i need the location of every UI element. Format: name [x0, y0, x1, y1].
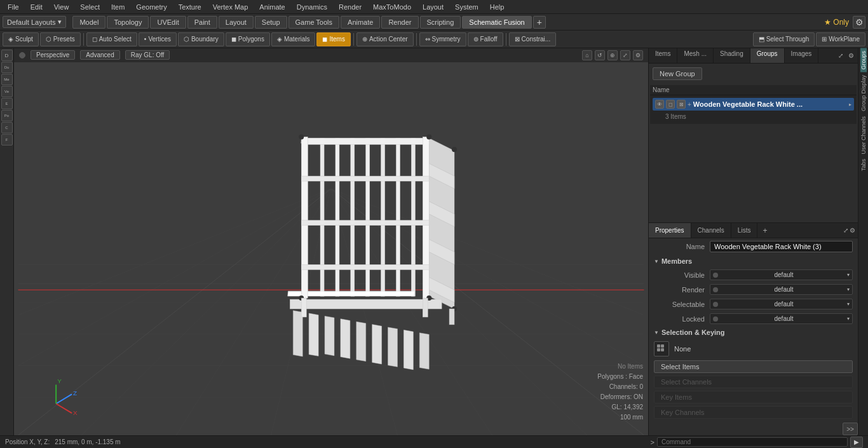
viewport-icon-settings[interactable]: ⚙	[633, 50, 643, 60]
menu-geometry[interactable]: Geometry	[131, 2, 172, 12]
viewport-icon-maximize[interactable]: ⤢	[620, 50, 630, 60]
lock-toggle[interactable]: ⊠	[677, 100, 686, 109]
key-items-button[interactable]: Key Items	[654, 391, 853, 404]
panel-tab-images[interactable]: Images	[785, 48, 819, 63]
tab-uvedit[interactable]: UVEdit	[150, 16, 186, 29]
left-tool-6[interactable]: Po	[1, 110, 13, 121]
menu-render[interactable]: Render	[334, 2, 367, 12]
selection-keying-header[interactable]: ▼ Selection & Keying	[649, 326, 858, 339]
left-tool-2[interactable]: Du	[1, 62, 13, 73]
group-item-name[interactable]: Wooden Vegetable Rack White ...	[693, 100, 847, 108]
prop-settings-icon[interactable]: ⚙	[850, 227, 855, 234]
viewport-icon-refresh[interactable]: ↺	[595, 50, 605, 60]
advanced-button[interactable]: Advanced	[80, 50, 119, 60]
action-center-button[interactable]: ⊕ Action Center	[356, 32, 414, 46]
viewport-icon-zoom-in[interactable]: ⊕	[607, 50, 618, 60]
sculpt-button[interactable]: ◈ Sculpt	[3, 32, 39, 46]
menu-edit[interactable]: Edit	[25, 2, 48, 12]
tab-layout[interactable]: Layout	[219, 16, 254, 29]
menu-item[interactable]: Item	[106, 2, 130, 12]
menu-select[interactable]: Select	[75, 2, 105, 12]
workplane-button[interactable]: ⊞ WorkPlane	[816, 32, 865, 46]
left-tool-4[interactable]: Ve	[1, 86, 13, 97]
star-only-button[interactable]: ★ Only	[824, 18, 849, 27]
members-section-header[interactable]: ▼ Members	[649, 255, 858, 268]
layout-dropdown[interactable]: Default Layouts ▾	[3, 16, 66, 28]
tab-render[interactable]: Render	[381, 16, 418, 29]
auto-select-button[interactable]: ◻ Auto Select	[86, 32, 137, 46]
tab-setup[interactable]: Setup	[255, 16, 287, 29]
select-through-button[interactable]: ⬒ Select Through	[753, 32, 815, 46]
prop-tab-properties[interactable]: Properties	[649, 223, 691, 238]
prop-maximize-icon[interactable]: ⤢	[843, 227, 848, 234]
name-input[interactable]	[710, 241, 853, 252]
viewport-icon-home[interactable]: ⌂	[582, 50, 592, 60]
tab-animate[interactable]: Animate	[341, 16, 380, 29]
viewport[interactable]: Perspective Advanced Ray GL: Off ⌂ ↺ ⊕ ⤢…	[14, 48, 648, 435]
constraints-button[interactable]: ⊠ Constrai...	[509, 32, 557, 46]
panel-tab-shading[interactable]: Shading	[714, 48, 750, 63]
key-channels-button[interactable]: Key Channels	[654, 406, 853, 419]
panel-tab-groups[interactable]: Groups	[750, 48, 785, 63]
prop-tab-channels[interactable]: Channels	[691, 223, 731, 238]
left-tool-1[interactable]: D	[1, 50, 13, 61]
tabs-label[interactable]: Tabs	[860, 156, 867, 173]
menu-vertex-map[interactable]: Vertex Map	[208, 2, 254, 12]
materials-button[interactable]: ◈ Materials	[271, 32, 316, 46]
new-group-button[interactable]: New Group	[653, 67, 702, 80]
menu-maxtomodo[interactable]: MaxToModo	[368, 2, 416, 12]
perspective-button[interactable]: Perspective	[31, 50, 75, 60]
menu-help[interactable]: Help	[485, 2, 510, 12]
menu-animate[interactable]: Animate	[254, 2, 290, 12]
panel-maximize-icon[interactable]: ⤢	[836, 51, 845, 60]
visible-select[interactable]: default ▾	[710, 269, 853, 280]
tab-scripting[interactable]: Scripting	[420, 16, 461, 29]
items-button[interactable]: ◼ Items	[316, 32, 350, 46]
tab-model[interactable]: Model	[72, 16, 105, 29]
left-tool-3[interactable]: Me	[1, 74, 13, 85]
panel-settings-icon[interactable]: ⚙	[846, 51, 855, 60]
expand-icon[interactable]: ▸	[849, 102, 851, 107]
eye-toggle[interactable]: 👁	[655, 100, 664, 109]
menu-texture[interactable]: Texture	[173, 2, 207, 12]
settings-button[interactable]: ⚙	[853, 16, 865, 29]
select-items-button[interactable]: Select Items	[654, 360, 853, 373]
add-tab-button[interactable]: +	[760, 226, 770, 235]
locked-select[interactable]: default ▾	[710, 313, 853, 324]
left-tool-5[interactable]: E	[1, 98, 13, 109]
presets-button[interactable]: ⬡ Presets	[40, 32, 81, 46]
menu-view[interactable]: View	[49, 2, 74, 12]
menu-system[interactable]: System	[450, 2, 484, 12]
render-toggle[interactable]: ◻	[666, 100, 675, 109]
render-select[interactable]: default ▾	[710, 284, 853, 295]
falloff-button[interactable]: ⊚ Falloff	[468, 32, 503, 46]
ray-gl-button[interactable]: Ray GL: Off	[125, 50, 170, 60]
boundary-button[interactable]: ⬡ Boundary	[178, 32, 224, 46]
group-display-label[interactable]: Group Display	[860, 72, 867, 114]
symmetry-button[interactable]: ⇔ Symmetry	[419, 32, 466, 46]
keying-icon[interactable]	[654, 341, 669, 356]
prop-tab-lists[interactable]: Lists	[731, 223, 758, 238]
vertices-button[interactable]: • Vertices	[139, 32, 177, 46]
select-channels-button[interactable]: Select Channels	[654, 376, 853, 388]
tab-topology[interactable]: Topology	[107, 16, 149, 29]
tab-paint[interactable]: Paint	[187, 16, 217, 29]
viewport-dot[interactable]	[19, 52, 25, 58]
polygons-button[interactable]: ◼ Polygons	[226, 32, 270, 46]
menu-dynamics[interactable]: Dynamics	[292, 2, 332, 12]
expand-arrow-button[interactable]: >>	[843, 423, 858, 435]
add-layout-button[interactable]: +	[533, 16, 546, 29]
menu-file[interactable]: File	[3, 2, 24, 12]
selectable-select[interactable]: default ▾	[710, 299, 853, 309]
tab-game-tools[interactable]: Game Tools	[288, 16, 340, 29]
menu-layout[interactable]: Layout	[417, 2, 449, 12]
command-run-button[interactable]: ▶	[850, 437, 863, 448]
groups-sidebar-label[interactable]: Groups	[860, 48, 867, 72]
panel-tab-mesh[interactable]: Mesh ...	[677, 48, 714, 63]
tab-schematic-fusion[interactable]: Schematic Fusion	[462, 16, 531, 29]
command-input[interactable]	[657, 437, 848, 447]
left-tool-7[interactable]: C	[1, 122, 13, 133]
user-channels-label[interactable]: User Channels	[860, 114, 867, 157]
left-tool-8[interactable]: F	[1, 134, 13, 146]
panel-tab-items[interactable]: Items	[649, 48, 677, 63]
